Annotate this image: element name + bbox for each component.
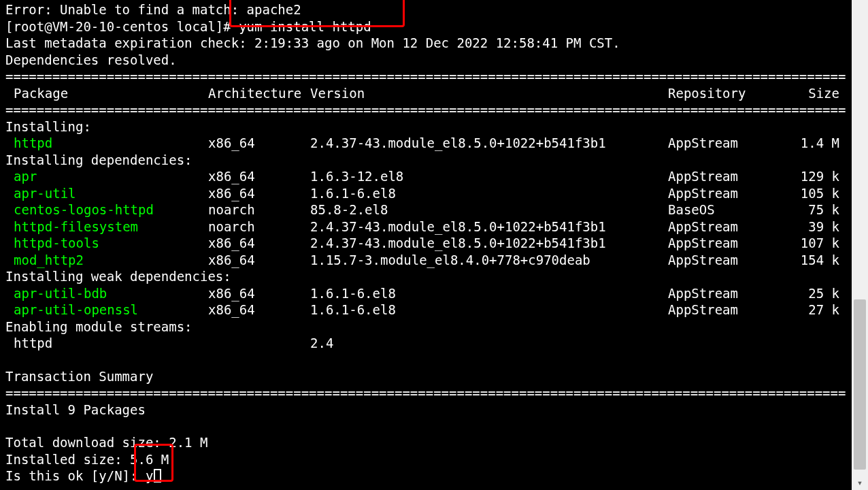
table-row: centos-logos-httpd noarch 85.8-2.el8 Bas… <box>5 201 846 218</box>
scrollbar-thumb[interactable] <box>854 299 866 470</box>
error-line: Error: Unable to find a match: apache2 <box>5 1 846 18</box>
section-enabling-streams: Enabling module streams: <box>5 318 846 336</box>
blank-line <box>5 352 846 368</box>
package-size: 105 k <box>784 185 846 202</box>
table-row: httpd x86_64 2.4.37-43.module_el8.5.0+10… <box>5 135 846 152</box>
shell-prompt-line: [root@VM-20-10-centos local]# yum instal… <box>5 18 846 35</box>
stream-size <box>784 335 846 352</box>
package-repo: AppStream <box>668 185 784 202</box>
package-repo: AppStream <box>668 252 784 269</box>
package-arch: x86_64 <box>208 301 310 318</box>
metadata-expiration-line: Last metadata expiration check: 2:19:33 … <box>5 35 846 52</box>
stream-arch <box>208 335 310 352</box>
blank-line <box>5 418 846 434</box>
shell-prompt: [root@VM-20-10-centos local]# <box>5 19 239 34</box>
package-arch: noarch <box>208 201 310 218</box>
package-arch: x86_64 <box>208 168 310 185</box>
scrollbar-track[interactable]: ▾ <box>852 0 868 490</box>
table-row: apr x86_64 1.6.3-12.el8 AppStream 129 k <box>5 168 846 185</box>
table-row: httpd-filesystem noarch 2.4.37-43.module… <box>5 218 846 235</box>
deps-resolved-line: Dependencies resolved. <box>5 52 846 69</box>
divider-top: ========================================… <box>5 68 846 85</box>
package-size: 1.4 M <box>784 135 846 152</box>
confirm-input[interactable]: y <box>146 468 153 483</box>
package-repo: AppStream <box>668 301 784 318</box>
package-arch: x86_64 <box>208 252 310 269</box>
package-repo: AppStream <box>668 135 784 152</box>
package-name: centos-logos-httpd <box>5 201 208 218</box>
package-name: apr <box>5 168 208 185</box>
table-row: apr-util-openssl x86_64 1.6.1-6.el8 AppS… <box>5 301 846 318</box>
package-name: httpd-filesystem <box>5 218 208 235</box>
divider-header: ========================================… <box>5 101 846 118</box>
package-name: apr-util-openssl <box>5 301 208 318</box>
table-row: httpd 2.4 <box>5 335 846 352</box>
package-repo: BaseOS <box>668 201 784 218</box>
package-version: 1.6.3-12.el8 <box>310 168 668 185</box>
header-arch: Architecture <box>208 85 310 102</box>
package-repo: AppStream <box>668 285 784 302</box>
install-count: Install 9 Packages <box>5 402 846 419</box>
package-arch: x86_64 <box>208 185 310 202</box>
package-version: 2.4.37-43.module_el8.5.0+1022+b541f3b1 <box>310 135 668 152</box>
package-size: 75 k <box>784 201 846 218</box>
package-name: httpd-tools <box>5 235 208 252</box>
stream-name: httpd <box>5 335 208 352</box>
package-size: 129 k <box>784 168 846 185</box>
package-size: 25 k <box>784 285 846 302</box>
package-name: httpd <box>5 135 208 152</box>
package-arch: x86_64 <box>208 235 310 252</box>
terminal-window: Error: Unable to find a match: apache2 [… <box>0 0 852 490</box>
table-row: apr-util-bdb x86_64 1.6.1-6.el8 AppStrea… <box>5 285 846 302</box>
header-version: Version <box>310 85 668 102</box>
installed-size: Installed size: 5.6 M <box>5 451 846 468</box>
stream-version: 2.4 <box>310 335 668 352</box>
package-arch: x86_64 <box>208 135 310 152</box>
package-version: 85.8-2.el8 <box>310 201 668 218</box>
package-repo: AppStream <box>668 168 784 185</box>
scroll-down-icon[interactable]: ▾ <box>854 476 866 489</box>
table-row: apr-util x86_64 1.6.1-6.el8 AppStream 10… <box>5 185 846 202</box>
package-name: mod_http2 <box>5 252 208 269</box>
divider-summary: ========================================… <box>5 385 846 402</box>
package-version: 1.15.7-3.module_el8.4.0+778+c970deab <box>310 252 668 269</box>
package-arch: x86_64 <box>208 285 310 302</box>
total-download-size: Total download size: 2.1 M <box>5 434 846 451</box>
package-version: 2.4.37-43.module_el8.5.0+1022+b541f3b1 <box>310 218 668 235</box>
package-version: 1.6.1-6.el8 <box>310 285 668 302</box>
section-installing-deps: Installing dependencies: <box>5 152 846 169</box>
package-size: 107 k <box>784 235 846 252</box>
package-name: apr-util <box>5 185 208 202</box>
package-size: 27 k <box>784 301 846 318</box>
package-version: 1.6.1-6.el8 <box>310 185 668 202</box>
package-version: 2.4.37-43.module_el8.5.0+1022+b541f3b1 <box>310 235 668 252</box>
confirm-line: Is this ok [y/N]: y <box>5 468 846 485</box>
package-size: 154 k <box>784 252 846 269</box>
package-repo: AppStream <box>668 235 784 252</box>
section-installing: Installing: <box>5 118 846 135</box>
header-size: Size <box>784 85 846 102</box>
header-package: Package <box>5 85 208 102</box>
package-name: apr-util-bdb <box>5 285 208 302</box>
confirm-prompt: Is this ok [y/N]: <box>5 468 146 483</box>
shell-command[interactable]: yum install httpd <box>239 19 371 34</box>
header-repo: Repository <box>668 85 784 102</box>
section-installing-weak: Installing weak dependencies: <box>5 268 846 285</box>
table-row: httpd-tools x86_64 2.4.37-43.module_el8.… <box>5 235 846 252</box>
cursor-icon <box>154 469 161 483</box>
package-size: 39 k <box>784 218 846 235</box>
transaction-summary-title: Transaction Summary <box>5 368 846 385</box>
stream-repo <box>668 335 784 352</box>
table-header-row: Package Architecture Version Repository … <box>5 85 846 102</box>
package-version: 1.6.1-6.el8 <box>310 301 668 318</box>
table-row: mod_http2 x86_64 1.15.7-3.module_el8.4.0… <box>5 252 846 269</box>
package-repo: AppStream <box>668 218 784 235</box>
package-arch: noarch <box>208 218 310 235</box>
